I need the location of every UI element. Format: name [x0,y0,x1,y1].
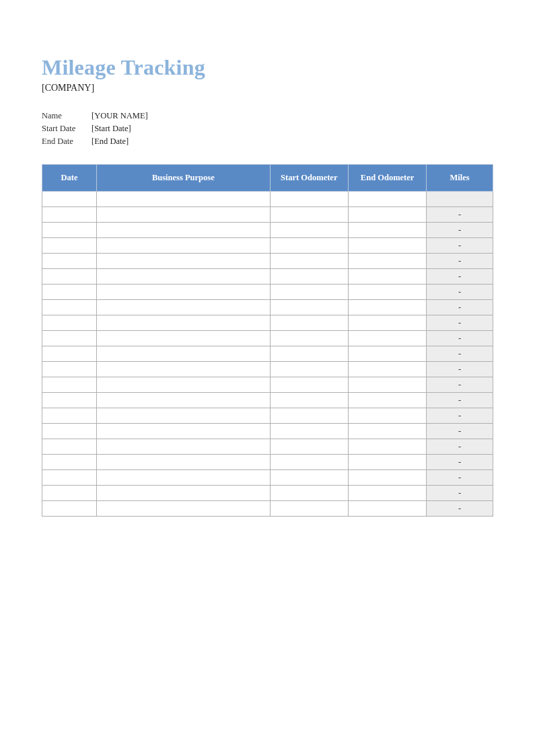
cell-miles[interactable]: - [427,300,493,315]
cell-purpose[interactable] [97,346,271,362]
cell-date[interactable] [42,192,97,207]
cell-end-odometer[interactable] [348,254,426,269]
cell-date[interactable] [42,470,97,486]
cell-start-odometer[interactable] [270,424,348,439]
cell-start-odometer[interactable] [270,346,348,362]
cell-miles[interactable]: - [427,486,493,501]
cell-end-odometer[interactable] [348,439,426,455]
cell-miles[interactable]: - [427,285,493,300]
cell-purpose[interactable] [97,315,271,331]
cell-miles[interactable]: - [427,238,493,254]
cell-date[interactable] [42,300,97,315]
cell-purpose[interactable] [97,470,271,486]
cell-end-odometer[interactable] [348,315,426,331]
meta-value-start[interactable]: [Start Date] [92,124,131,134]
cell-miles[interactable]: - [427,439,493,455]
cell-miles[interactable]: - [427,331,493,346]
cell-purpose[interactable] [97,192,271,207]
cell-date[interactable] [42,408,97,424]
cell-purpose[interactable] [97,362,271,377]
cell-purpose[interactable] [97,377,271,393]
cell-purpose[interactable] [97,269,271,285]
cell-end-odometer[interactable] [348,377,426,393]
meta-value-name[interactable]: [YOUR NAME] [92,111,148,121]
cell-date[interactable] [42,362,97,377]
cell-date[interactable] [42,238,97,254]
cell-miles[interactable]: - [427,455,493,470]
cell-purpose[interactable] [97,455,271,470]
cell-start-odometer[interactable] [270,207,348,223]
cell-date[interactable] [42,315,97,331]
cell-miles[interactable]: - [427,501,493,517]
cell-date[interactable] [42,269,97,285]
cell-date[interactable] [42,501,97,517]
cell-start-odometer[interactable] [270,470,348,486]
cell-purpose[interactable] [97,223,271,238]
cell-start-odometer[interactable] [270,315,348,331]
cell-date[interactable] [42,223,97,238]
cell-end-odometer[interactable] [348,238,426,254]
cell-miles[interactable]: - [427,470,493,486]
cell-date[interactable] [42,331,97,346]
cell-end-odometer[interactable] [348,331,426,346]
cell-start-odometer[interactable] [270,501,348,517]
cell-miles[interactable]: - [427,269,493,285]
cell-miles[interactable]: - [427,393,493,408]
cell-purpose[interactable] [97,254,271,269]
cell-end-odometer[interactable] [348,223,426,238]
cell-start-odometer[interactable] [270,377,348,393]
cell-purpose[interactable] [97,331,271,346]
cell-end-odometer[interactable] [348,408,426,424]
cell-purpose[interactable] [97,238,271,254]
cell-purpose[interactable] [97,393,271,408]
cell-start-odometer[interactable] [270,269,348,285]
cell-purpose[interactable] [97,439,271,455]
cell-miles[interactable]: - [427,315,493,331]
cell-date[interactable] [42,424,97,439]
cell-purpose[interactable] [97,300,271,315]
cell-start-odometer[interactable] [270,223,348,238]
cell-start-odometer[interactable] [270,331,348,346]
cell-purpose[interactable] [97,424,271,439]
cell-miles[interactable]: - [427,254,493,269]
cell-start-odometer[interactable] [270,300,348,315]
cell-start-odometer[interactable] [270,439,348,455]
cell-purpose[interactable] [97,285,271,300]
cell-date[interactable] [42,455,97,470]
cell-start-odometer[interactable] [270,486,348,501]
cell-purpose[interactable] [97,501,271,517]
cell-end-odometer[interactable] [348,207,426,223]
cell-start-odometer[interactable] [270,455,348,470]
cell-date[interactable] [42,439,97,455]
cell-date[interactable] [42,254,97,269]
cell-end-odometer[interactable] [348,346,426,362]
cell-end-odometer[interactable] [348,362,426,377]
cell-miles[interactable] [427,192,493,207]
cell-miles[interactable]: - [427,362,493,377]
cell-end-odometer[interactable] [348,455,426,470]
cell-end-odometer[interactable] [348,393,426,408]
cell-start-odometer[interactable] [270,408,348,424]
cell-miles[interactable]: - [427,346,493,362]
cell-date[interactable] [42,285,97,300]
cell-date[interactable] [42,377,97,393]
cell-end-odometer[interactable] [348,470,426,486]
cell-end-odometer[interactable] [348,501,426,517]
cell-end-odometer[interactable] [348,269,426,285]
cell-miles[interactable]: - [427,377,493,393]
cell-miles[interactable]: - [427,408,493,424]
cell-end-odometer[interactable] [348,192,426,207]
cell-purpose[interactable] [97,408,271,424]
cell-date[interactable] [42,207,97,223]
cell-end-odometer[interactable] [348,486,426,501]
cell-start-odometer[interactable] [270,362,348,377]
cell-end-odometer[interactable] [348,300,426,315]
cell-date[interactable] [42,393,97,408]
cell-start-odometer[interactable] [270,393,348,408]
cell-purpose[interactable] [97,486,271,501]
cell-purpose[interactable] [97,207,271,223]
cell-date[interactable] [42,486,97,501]
cell-date[interactable] [42,346,97,362]
cell-start-odometer[interactable] [270,192,348,207]
cell-miles[interactable]: - [427,424,493,439]
